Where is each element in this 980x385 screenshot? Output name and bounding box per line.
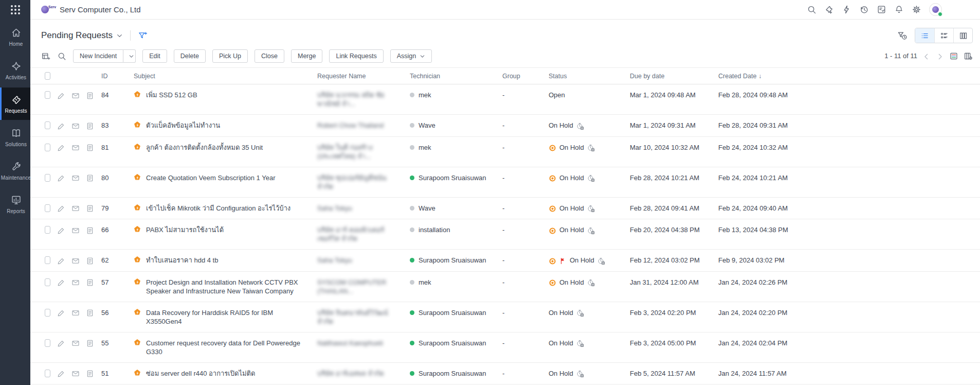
list-search-icon[interactable] (57, 51, 66, 61)
row-checkbox[interactable] (45, 91, 50, 99)
request-subject-link[interactable]: ลูกค้า ต้องการติดตั้งกล้องทั้งหมด 35 Uni… (146, 143, 263, 152)
table-row[interactable]: 83ตัวแบ็คอัพข้อมูลไม่ทำงานRobert Chow Th… (30, 115, 980, 137)
row-checkbox[interactable] (45, 256, 50, 264)
app-launcher-icon[interactable] (0, 0, 30, 20)
header-status[interactable]: Status (545, 68, 626, 84)
request-subject-link[interactable]: ทำใบเสนอราคา hdd 4 tb (146, 256, 218, 265)
header-due-by[interactable]: Due by date (626, 68, 715, 84)
edit-pencil-icon[interactable] (57, 204, 65, 213)
table-row[interactable]: 51ซ่อม server dell r440 อาการเปิดไม่ติดบ… (30, 363, 980, 385)
merge-button[interactable]: Merge (291, 49, 322, 63)
sidebar-item-home[interactable]: Home (0, 21, 30, 53)
header-id[interactable]: ID (98, 68, 129, 84)
view-selector[interactable]: Pending Requests (41, 30, 123, 41)
notifications-icon[interactable] (894, 5, 904, 14)
edit-pencil-icon[interactable] (57, 173, 65, 183)
link-requests-button[interactable]: Link Requests (329, 49, 383, 63)
email-icon[interactable] (71, 278, 80, 287)
header-group[interactable]: Group (499, 68, 545, 84)
detail-view-toggle[interactable] (934, 28, 953, 43)
notes-icon[interactable] (86, 225, 94, 235)
edit-pencil-icon[interactable] (57, 143, 65, 152)
table-row[interactable]: 79เข้าไปเช็ค Mikrotik ว่ามี Configuratio… (30, 198, 980, 220)
row-checkbox[interactable] (45, 204, 50, 212)
edit-pencil-icon[interactable] (57, 369, 65, 378)
table-row[interactable]: 55Customer request recovery data for Del… (30, 332, 980, 363)
row-checkbox[interactable] (45, 121, 50, 129)
select-all-checkbox[interactable] (45, 72, 50, 80)
email-icon[interactable] (71, 91, 80, 100)
notes-icon[interactable] (86, 369, 94, 378)
notes-icon[interactable] (86, 339, 94, 348)
notes-icon[interactable] (86, 278, 94, 287)
email-icon[interactable] (71, 225, 80, 235)
email-icon[interactable] (71, 256, 80, 265)
board-view-toggle[interactable] (953, 28, 972, 43)
tasks-icon[interactable] (877, 5, 886, 14)
add-request-icon[interactable] (824, 5, 834, 14)
sidebar-item-maintenance[interactable]: Maintenance (0, 154, 30, 187)
email-icon[interactable] (71, 121, 80, 130)
row-checkbox[interactable] (45, 144, 50, 151)
header-requester[interactable]: Requester Name (314, 68, 406, 84)
table-row[interactable]: 62ทำใบเสนอราคา hdd 4 tbSaha TokyuSurapoo… (30, 250, 980, 272)
header-subject[interactable]: Subject (129, 68, 314, 84)
email-icon[interactable] (71, 143, 80, 152)
request-subject-link[interactable]: ตัวแบ็คอัพข้อมูลไม่ทำงาน (146, 121, 220, 130)
close-button[interactable]: Close (255, 49, 284, 63)
sidebar-item-requests[interactable]: Requests (0, 87, 30, 120)
table-row[interactable]: 57Project Design and Installation Networ… (30, 272, 980, 302)
column-settings-icon[interactable] (964, 51, 973, 61)
new-incident-caret[interactable] (123, 49, 136, 63)
row-checkbox[interactable] (45, 278, 50, 286)
table-row[interactable]: 80Create Quotation Veem Subscription 1 Y… (30, 167, 980, 198)
table-row[interactable]: 84เพิ่ม SSD 512 GBบริษัท นวกรรม สถิต ชัย… (30, 84, 980, 115)
row-checkbox[interactable] (45, 174, 50, 182)
row-checkbox[interactable] (45, 339, 50, 347)
notes-icon[interactable] (86, 308, 94, 318)
request-subject-link[interactable]: เพิ่ม SSD 512 GB (146, 91, 197, 99)
request-subject-link[interactable]: Customer request recovery data for Dell … (146, 339, 311, 356)
row-checkbox[interactable] (45, 309, 50, 317)
email-icon[interactable] (71, 339, 80, 348)
email-icon[interactable] (71, 204, 80, 213)
edit-pencil-icon[interactable] (57, 256, 65, 265)
sidebar-item-solutions[interactable]: Solutions (0, 121, 30, 153)
request-subject-link[interactable]: Data Recovery for Harddisk RAID5 for IBM… (146, 308, 311, 326)
edit-pencil-icon[interactable] (57, 308, 65, 318)
delete-button[interactable]: Delete (174, 49, 206, 63)
email-icon[interactable] (71, 369, 80, 378)
request-subject-link[interactable]: ซ่อม server dell r440 อาการเปิดไม่ติด (146, 369, 255, 378)
global-search-icon[interactable] (807, 5, 816, 14)
notes-icon[interactable] (86, 256, 94, 265)
notes-icon[interactable] (86, 121, 94, 130)
row-checkbox[interactable] (45, 226, 50, 234)
new-incident-button[interactable]: New Incident (73, 49, 123, 63)
next-page-icon[interactable] (936, 51, 944, 61)
request-subject-link[interactable]: Create Quotation Veem Subscription 1 Yea… (146, 173, 276, 182)
row-checkbox[interactable] (45, 370, 50, 377)
pickup-button[interactable]: Pick Up (212, 49, 248, 63)
notes-icon[interactable] (86, 143, 94, 152)
edit-pencil-icon[interactable] (57, 278, 65, 287)
add-view-icon[interactable] (41, 51, 50, 61)
edit-pencil-icon[interactable] (57, 121, 65, 130)
assign-button[interactable]: Assign (390, 49, 432, 63)
scheduled-filter-icon[interactable] (897, 30, 908, 41)
table-row[interactable]: 66PABX ไม่สามารถใช้งานได้บริษัท อาร์ คอม… (30, 219, 980, 250)
list-view-toggle[interactable] (915, 28, 934, 43)
sidebar-item-reports[interactable]: Reports (0, 188, 30, 220)
prev-page-icon[interactable] (922, 51, 931, 61)
edit-pencil-icon[interactable] (57, 91, 65, 100)
notes-icon[interactable] (86, 204, 94, 213)
user-avatar[interactable] (929, 3, 942, 16)
email-icon[interactable] (71, 308, 80, 318)
notes-icon[interactable] (86, 173, 94, 183)
sidebar-item-activities[interactable]: Activities (0, 54, 30, 86)
request-subject-link[interactable]: เข้าไปเช็ค Mikrotik ว่ามี Configuration … (146, 204, 291, 213)
settings-gear-icon[interactable] (912, 5, 921, 14)
history-icon[interactable] (859, 5, 869, 14)
email-icon[interactable] (71, 173, 80, 183)
table-row[interactable]: 81ลูกค้า ต้องการติดตั้งกล้องทั้งหมด 35 U… (30, 137, 980, 167)
header-technician[interactable]: Technician (406, 68, 499, 84)
